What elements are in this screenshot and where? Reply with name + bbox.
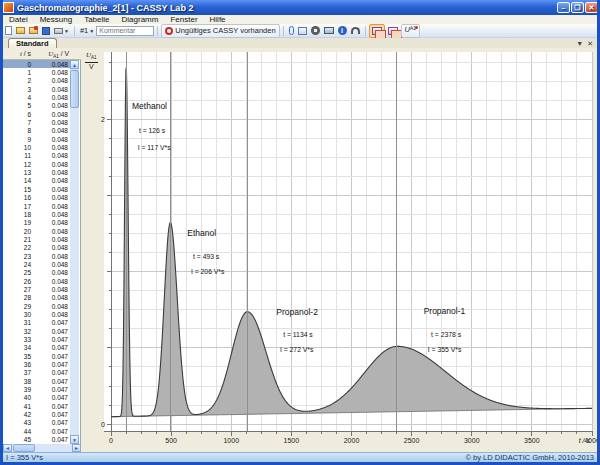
menu-diagramm[interactable]: Diagramm <box>116 15 165 24</box>
table-row[interactable]: 60.048 <box>3 110 71 118</box>
table-row[interactable]: 10.048 <box>3 68 71 76</box>
comment-input[interactable] <box>96 26 154 36</box>
invalid-cassy-button[interactable]: Ungültiges CASSY vorhanden <box>161 24 279 38</box>
display-icon <box>324 27 334 34</box>
scroll-down-icon[interactable]: ▼ <box>70 435 79 444</box>
table-row[interactable]: 190.048 <box>3 219 71 227</box>
layout-grid-button[interactable] <box>297 25 308 37</box>
table-row[interactable]: 350.047 <box>3 352 71 360</box>
table-row[interactable]: 30.048 <box>3 85 71 93</box>
table-row[interactable]: 420.047 <box>3 410 71 418</box>
table-row[interactable]: 80.048 <box>3 127 71 135</box>
cell-ua1: 0.048 <box>31 278 68 285</box>
table-row[interactable]: 330.047 <box>3 335 71 343</box>
print-button[interactable]: ▼ <box>53 25 70 37</box>
table-row[interactable]: 290.048 <box>3 302 71 310</box>
table-row[interactable]: 100.048 <box>3 143 71 151</box>
cell-ua1: 0.048 <box>31 127 68 134</box>
cell-t: 34 <box>3 344 31 351</box>
vertical-scroll-thumb[interactable] <box>70 70 79 108</box>
table-row[interactable]: 230.048 <box>3 252 71 260</box>
cell-t: 5 <box>3 102 31 109</box>
table-row[interactable]: 430.047 <box>3 419 71 427</box>
help-button[interactable] <box>350 25 361 37</box>
table-row[interactable]: 20.048 <box>3 77 71 85</box>
chromatogram-plot[interactable]: 0500100015002000250030003500400002t / sM… <box>81 48 597 452</box>
scroll-up-icon[interactable]: ▲ <box>70 60 79 69</box>
table-row[interactable]: 200.048 <box>3 227 71 235</box>
table-row[interactable]: 180.048 <box>3 210 71 218</box>
table-row[interactable]: 260.048 <box>3 277 71 285</box>
menu-messung[interactable]: Messung <box>34 15 78 24</box>
table-row[interactable]: 40.048 <box>3 93 71 101</box>
cell-t: 16 <box>3 194 31 201</box>
table-row[interactable]: 70.048 <box>3 118 71 126</box>
table-row[interactable]: 50.048 <box>3 102 71 110</box>
cell-t: 33 <box>3 336 31 343</box>
table-row[interactable]: 280.048 <box>3 294 71 302</box>
tab-standard[interactable]: Standard <box>8 38 57 48</box>
table-row[interactable]: 270.048 <box>3 285 71 293</box>
cell-t: 25 <box>3 269 31 276</box>
table-row[interactable]: 220.048 <box>3 244 71 252</box>
table-row[interactable]: 140.048 <box>3 177 71 185</box>
menu-fenster[interactable]: Fenster <box>164 15 203 24</box>
panel-close-icon[interactable]: ✕ <box>587 40 593 48</box>
cell-ua1: 0.047 <box>31 353 68 360</box>
dataset-selector[interactable]: #1▼ <box>79 25 95 37</box>
display-button[interactable] <box>323 25 335 37</box>
panel-dropdown-icon[interactable]: ▼ <box>576 40 583 48</box>
table-row[interactable]: 160.048 <box>3 194 71 202</box>
menu-datei[interactable]: Datei <box>3 15 34 24</box>
minimize-button[interactable]: – <box>557 2 570 13</box>
table-horizontal-scrollbar[interactable]: ◄ ► <box>3 444 81 452</box>
table-row[interactable]: 340.047 <box>3 344 71 352</box>
table-row[interactable]: 400.047 <box>3 394 71 402</box>
table-vertical-scrollbar[interactable]: ▲ ▼ <box>70 60 79 444</box>
table-row[interactable]: 370.047 <box>3 369 71 377</box>
table-row[interactable]: 170.048 <box>3 202 71 210</box>
menu-tabelle[interactable]: Tabelle <box>78 15 115 24</box>
peak-integral: I = 206 V*s <box>191 268 225 275</box>
table-row[interactable]: 410.047 <box>3 402 71 410</box>
open-example-button[interactable] <box>28 25 39 37</box>
clip-button[interactable] <box>288 25 295 37</box>
clip-icon <box>289 26 294 35</box>
open-file-button[interactable] <box>15 25 26 37</box>
table-row[interactable]: 110.048 <box>3 152 71 160</box>
table-row[interactable]: 360.047 <box>3 360 71 368</box>
table-row[interactable]: 320.047 <box>3 327 71 335</box>
table-row[interactable]: 390.047 <box>3 385 71 393</box>
cell-ua1: 0.047 <box>31 344 68 351</box>
cell-ua1: 0.048 <box>31 311 68 318</box>
settings-button[interactable] <box>310 25 321 37</box>
channel-active-dot <box>415 26 418 29</box>
menu-hilfe[interactable]: Hilfe <box>204 15 232 24</box>
cascade-windows-button[interactable] <box>369 24 385 38</box>
table-row[interactable]: 440.047 <box>3 427 71 435</box>
tile-windows-button[interactable] <box>385 24 401 38</box>
close-button[interactable]: ✕ <box>585 2 598 13</box>
scroll-left-icon[interactable]: ◄ <box>3 444 12 452</box>
table-row[interactable]: 150.048 <box>3 185 71 193</box>
new-file-button[interactable] <box>4 25 13 37</box>
table-row[interactable]: 90.048 <box>3 135 71 143</box>
save-button[interactable] <box>41 25 51 37</box>
restore-button[interactable]: ❐ <box>571 2 584 13</box>
table-row[interactable]: 240.048 <box>3 260 71 268</box>
x-axis-label: t / s <box>579 437 591 444</box>
table-row[interactable]: 250.048 <box>3 269 71 277</box>
table-row[interactable]: 130.048 <box>3 168 71 176</box>
table-row[interactable]: 120.048 <box>3 160 71 168</box>
info-button[interactable]: i <box>337 25 348 37</box>
horizontal-scroll-thumb[interactable] <box>13 444 35 452</box>
table-row[interactable]: 00.048 <box>3 60 71 68</box>
channel-ua1-button[interactable]: UA1 <box>401 24 421 38</box>
table-row[interactable]: 450.047 <box>3 435 71 443</box>
scroll-right-icon[interactable]: ► <box>72 444 81 452</box>
table-row[interactable]: 380.047 <box>3 377 71 385</box>
table-row[interactable]: 300.048 <box>3 310 71 318</box>
table-row[interactable]: 210.048 <box>3 235 71 243</box>
cell-ua1: 0.047 <box>31 436 68 443</box>
table-row[interactable]: 310.047 <box>3 319 71 327</box>
